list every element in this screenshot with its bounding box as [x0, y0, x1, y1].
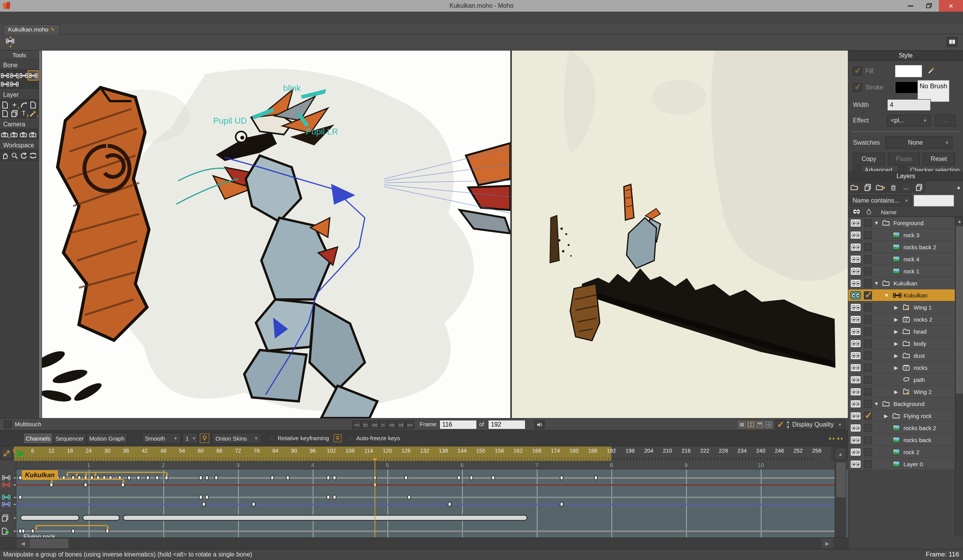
tool-eyedropper-tool[interactable]: /	[28, 109, 38, 118]
bone-label-pupil-ud[interactable]: Pupil UD	[213, 116, 247, 126]
tool-follow-path[interactable]	[19, 101, 28, 109]
layer-visibility-toggle[interactable]	[850, 219, 861, 227]
timeline-tab-motion-graph[interactable]: Motion Graph	[86, 433, 128, 444]
layer-row[interactable]: path	[848, 374, 955, 386]
tool-bind-bones[interactable]	[10, 80, 19, 88]
keyframe[interactable]	[407, 495, 411, 500]
sequencer-clip[interactable]	[82, 515, 120, 521]
keyframe[interactable]	[202, 502, 206, 507]
expand-icon[interactable]: ▶	[894, 365, 898, 371]
layer-row[interactable]: rock 4	[848, 253, 955, 265]
tool-zoom-camera[interactable]	[10, 130, 19, 139]
tool-pan-workspace[interactable]	[0, 151, 10, 160]
display-quality-dropdown[interactable]: Display Quality ▼	[789, 420, 846, 430]
keyframe[interactable]	[404, 475, 408, 480]
bone-label-pupil-lr[interactable]: Pupil LR	[306, 127, 338, 137]
layer-animated-checkbox[interactable]	[864, 327, 872, 336]
layer-visibility-toggle[interactable]	[850, 460, 861, 468]
layer-visibility-toggle[interactable]	[850, 424, 861, 432]
layer-visibility-toggle[interactable]	[850, 388, 861, 396]
tool-select-bone[interactable]	[0, 71, 10, 80]
reference-layer-button[interactable]: ➜	[875, 182, 886, 192]
tool-transform-layer[interactable]	[0, 101, 10, 109]
layer-animated-checkbox[interactable]	[864, 231, 872, 239]
jump-end-button[interactable]: ▷|	[397, 420, 405, 429]
tool-rotate-bone[interactable]	[19, 71, 28, 80]
keyframe[interactable]	[137, 475, 140, 480]
restore-button[interactable]	[920, 0, 938, 12]
keyframe[interactable]	[326, 495, 330, 500]
tool-pan-tilt-camera[interactable]	[19, 130, 28, 139]
tool-orbit-workspace[interactable]	[28, 151, 38, 160]
layer-visibility-toggle[interactable]	[850, 448, 861, 456]
keyframe[interactable]	[448, 502, 452, 507]
camera-view[interactable]	[512, 51, 848, 418]
expand-icon[interactable]: ▶	[894, 304, 898, 310]
layer-animated-checkbox[interactable]	[864, 388, 872, 396]
interpolation-dropdown[interactable]: Smooth▼	[142, 433, 181, 444]
layer-visibility-toggle[interactable]	[850, 303, 861, 312]
expand-icon[interactable]: ▶	[894, 317, 898, 322]
relative-keyframing-checkbox[interactable]	[268, 434, 275, 442]
new-layer-button[interactable]: +	[849, 182, 861, 192]
layer-visibility-toggle[interactable]	[850, 315, 861, 324]
current-frame-line[interactable]	[375, 461, 375, 537]
layer-row[interactable]: ▶Wing 1	[848, 301, 955, 313]
keyframe[interactable]	[491, 475, 495, 480]
layer-row[interactable]: ▼Background	[848, 398, 955, 410]
tool-scale-bone[interactable]	[28, 71, 38, 80]
tool-add-layer[interactable]: ++	[10, 101, 19, 109]
timeline-tab-channels[interactable]: Channels	[23, 433, 53, 444]
layer-animated-checkbox[interactable]	[864, 460, 872, 468]
layer-row[interactable]: ✓▶Flying rock	[848, 410, 955, 422]
keyframe[interactable]	[205, 475, 209, 480]
keyframe[interactable]	[18, 495, 22, 500]
keyframe[interactable]	[286, 475, 290, 480]
keyframe[interactable]	[560, 502, 564, 507]
layer-row[interactable]: rock 2	[848, 446, 955, 458]
auto-freeze-keys-checkbox[interactable]	[346, 434, 354, 442]
swatches-dropdown[interactable]: None▼	[886, 136, 952, 149]
layer-visibility-toggle[interactable]	[850, 327, 861, 336]
layer-animated-checkbox[interactable]	[864, 255, 872, 263]
layer-row[interactable]: ▶dust	[848, 350, 955, 362]
duplicate-layer-button[interactable]	[862, 182, 874, 192]
relative-key-icon[interactable]	[334, 434, 341, 442]
collapse-icon[interactable]: ▼	[874, 280, 879, 286]
layer-visibility-toggle[interactable]	[850, 340, 861, 348]
library-icon[interactable]	[947, 37, 958, 47]
layer-animated-checkbox[interactable]: ✓	[864, 412, 872, 420]
expand-timeline-icon[interactable]	[1, 448, 12, 459]
layer-visibility-toggle[interactable]	[850, 352, 861, 360]
layer-animated-checkbox[interactable]	[864, 219, 872, 227]
step-back-button[interactable]: ◁◁	[370, 420, 378, 429]
layer-visibility-toggle[interactable]	[850, 231, 861, 239]
fill-checkbox[interactable]: ✓	[853, 67, 861, 75]
timeline-tracks[interactable]: 012345678910 Kukulkan Flying rock v	[0, 461, 848, 537]
layer-visibility-toggle[interactable]	[850, 436, 861, 444]
enable-drawing-checkmark[interactable]: ✓	[776, 420, 786, 430]
collapse-icon[interactable]: ▼	[874, 401, 879, 407]
layer-row[interactable]: ▶Wing 2	[848, 386, 955, 398]
minimize-button[interactable]	[902, 0, 919, 12]
total-frames-input[interactable]: 192	[488, 420, 525, 429]
document-tab[interactable]: Kukulkan.moho ✎	[3, 24, 60, 34]
collapse-icon[interactable]: ▼	[884, 292, 889, 298]
step-forward-button[interactable]: ▷▷	[388, 420, 396, 429]
expand-icon[interactable]: ▶	[894, 353, 898, 359]
keyframe[interactable]	[326, 475, 330, 480]
tool-text-tool[interactable]: TT	[19, 109, 28, 118]
layer-animated-checkbox[interactable]	[864, 243, 872, 251]
split-two-view-button[interactable]	[747, 421, 755, 428]
scrollbar-thumb[interactable]	[30, 539, 68, 548]
layer-animated-checkbox[interactable]	[864, 267, 872, 275]
keyframe-mode-button[interactable]	[200, 434, 209, 443]
layer-animated-checkbox[interactable]	[864, 303, 872, 312]
layer-row[interactable]: rocks back 2	[848, 241, 955, 253]
scroll-left-icon[interactable]: ◀	[17, 539, 29, 548]
layer-animated-checkbox[interactable]	[864, 376, 872, 384]
keyframe[interactable]	[155, 475, 159, 480]
keyframe[interactable]	[199, 475, 203, 480]
layer-animated-checkbox[interactable]	[864, 340, 872, 348]
layer-row[interactable]: ▼Kukulkan	[848, 277, 955, 289]
